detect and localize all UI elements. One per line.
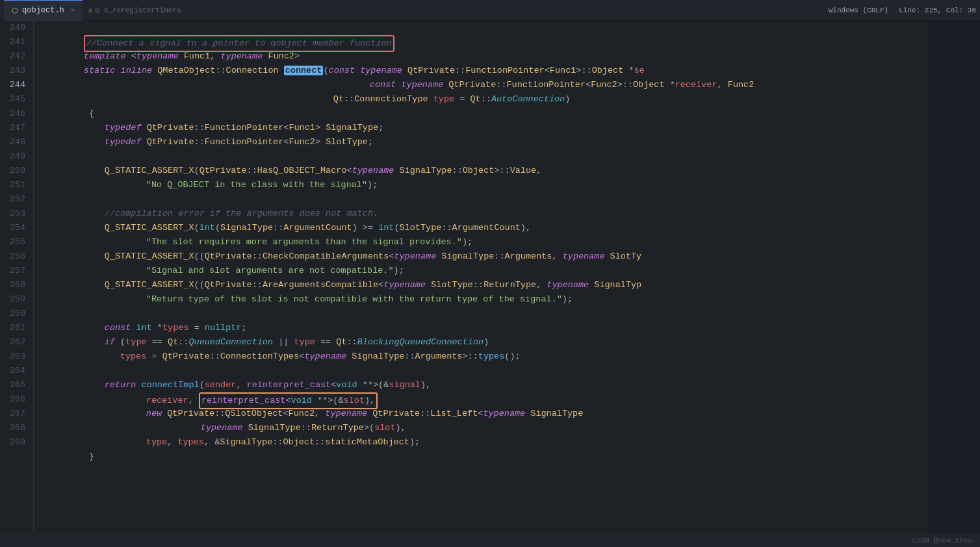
ln-262: 262 (5, 335, 25, 350)
code-line-264: return connectImpl(sender, reinterpret_c… (42, 364, 928, 378)
code-line-245: { (42, 92, 928, 107)
code-line-266: new QtPrivate::QSlotObject<Func2, typena… (42, 392, 928, 407)
ln-241: 241 (5, 35, 25, 49)
code-line-244: Qt::ConnectionType type = Qt::AutoConnec… (42, 78, 928, 92)
code-line-257: Q_STATIC_ASSERT_X((QtPrivate::AreArgumen… (42, 264, 928, 278)
code-line-250: "No Q_OBJECT in the class with the signa… (42, 164, 928, 178)
ln-257: 257 (5, 264, 25, 278)
tab-bar: ⬡ qobject.h × ⚠ ◎ o_reregisterTimers Win… (0, 0, 980, 21)
code-line-258: "Return type of the slot is not compatib… (42, 278, 928, 292)
warning-icon: ⚠ (88, 6, 93, 14)
ln-267: 267 (5, 407, 25, 421)
status-right: Windows (CRLF) Line: 225, Col: 36 (829, 6, 976, 14)
ln-264: 264 (5, 364, 25, 378)
code-line-262: types = QtPrivate::ConnectionTypes<typen… (42, 335, 928, 350)
ln-254: 254 (5, 221, 25, 235)
code-line-259 (42, 292, 928, 307)
ln-268: 268 (5, 421, 25, 435)
code-line-252: //compilation error if the arguments doe… (42, 192, 928, 207)
ln-245: 245 (5, 92, 25, 107)
code-line-240: //Connect a signal to a pointer to qobje… (42, 21, 928, 35)
code-area: 240 241 242 243 244 245 246 247 248 249 … (0, 21, 980, 533)
code-content: //Connect a signal to a pointer to qobje… (34, 21, 928, 533)
code-line-255: Q_STATIC_ASSERT_X((QtPrivate::CheckCompa… (42, 235, 928, 249)
editor: ⬡ qobject.h × ⚠ ◎ o_reregisterTimers Win… (0, 0, 980, 547)
bottom-bar: CSDN @new_zhou (0, 533, 980, 547)
tab-filename: qobject.h (22, 6, 64, 15)
minimap (928, 21, 980, 533)
ln-247: 247 (5, 121, 25, 135)
position-label: Line: 225, Col: 36 (899, 6, 976, 14)
code-line-242: static inline QMetaObject::Connection co… (42, 49, 928, 64)
ln-249: 249 (5, 149, 25, 164)
ln-242: 242 (5, 49, 25, 64)
ln-250: 250 (5, 164, 25, 178)
code-line-263 (42, 350, 928, 364)
ln-265: 265 (5, 378, 25, 392)
ln-259: 259 (5, 292, 25, 307)
ln-244: 244 (5, 78, 25, 92)
ln-248: 248 (5, 135, 25, 149)
code-line-265: receiver, reinterpret_cast<void **>(&slo… (42, 378, 928, 392)
ln-263: 263 (5, 350, 25, 364)
code-line-243: const typename QtPrivate::FunctionPointe… (42, 64, 928, 78)
ln-269: 269 (5, 435, 25, 450)
ln-253: 253 (5, 207, 25, 221)
code-line-241: template <typename Func1, typename Func2… (42, 35, 928, 49)
file-icon: ⬡ (12, 6, 18, 15)
code-line-254: "The slot requires more arguments than t… (42, 221, 928, 235)
ln-252: 252 (5, 192, 25, 207)
ln-261: 261 (5, 321, 25, 335)
code-line-249: Q_STATIC_ASSERT_X(QtPrivate::HasQ_OBJECT… (42, 149, 928, 164)
ln-240: 240 (5, 21, 25, 35)
tab-qobject[interactable]: ⬡ qobject.h × (4, 0, 83, 21)
code-line-267: typename SignalType::ReturnType>(slot), (42, 407, 928, 421)
ln-260: 260 (5, 307, 25, 321)
code-line-269: } (42, 435, 928, 450)
code-line-260: const int *types = nullptr; (42, 307, 928, 321)
code-line-261: if (type == Qt::QueuedConnection || type… (42, 321, 928, 335)
ln-266: 266 (5, 392, 25, 407)
ln-243: 243 (5, 64, 25, 78)
line-numbers: 240 241 242 243 244 245 246 247 248 249 … (0, 21, 34, 533)
code-line-251 (42, 178, 928, 192)
encoding-label: Windows (CRLF) (829, 6, 888, 14)
tab-close-button[interactable]: × (71, 7, 75, 14)
code-line-248 (42, 135, 928, 149)
code-line-246: typedef QtPrivate::FunctionPointer<Func1… (42, 107, 928, 121)
code-line-247: typedef QtPrivate::FunctionPointer<Func2… (42, 121, 928, 135)
ln-256: 256 (5, 249, 25, 264)
ln-251: 251 (5, 178, 25, 192)
code-line-268: type, types, &SignalType::Object::static… (42, 421, 928, 435)
ln-255: 255 (5, 235, 25, 249)
ln-246: 246 (5, 107, 25, 121)
code-line-253: Q_STATIC_ASSERT_X(int(SignalType::Argume… (42, 207, 928, 221)
watermark: CSDN @new_zhou (912, 537, 972, 544)
code-line-256: "Signal and slot arguments are not compa… (42, 249, 928, 264)
breadcrumb-label: ◎ o_reregisterTimers (95, 6, 181, 14)
ln-258: 258 (5, 278, 25, 292)
breadcrumb: ⚠ ◎ o_reregisterTimers (88, 6, 181, 14)
